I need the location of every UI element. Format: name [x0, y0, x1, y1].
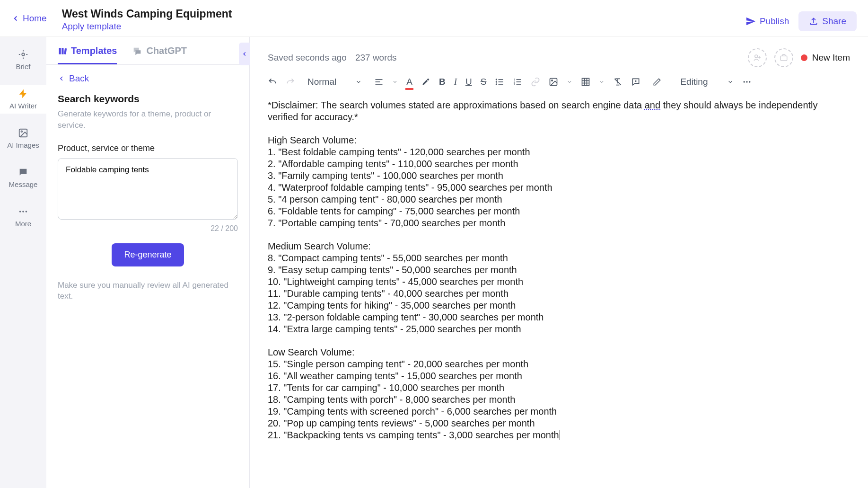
- svg-point-41: [749, 81, 750, 82]
- keyword-line: 6. "Foldable tents for camping" - 75,000…: [268, 205, 850, 217]
- char-count: 22 / 200: [58, 224, 238, 233]
- user-plus-icon: [753, 53, 762, 62]
- chevron-down-icon: [355, 79, 362, 85]
- rail-label: More: [15, 220, 31, 228]
- upload-icon: [809, 17, 818, 26]
- share-button[interactable]: Share: [798, 11, 857, 31]
- rail-item-ai-writer[interactable]: AI Writer: [0, 85, 46, 114]
- chevron-left-icon: [241, 51, 248, 57]
- keyword-line: 17. "Tents for car camping" - 10,000 sea…: [268, 382, 850, 394]
- underline-button[interactable]: U: [465, 77, 472, 87]
- rail-label: AI Images: [7, 141, 39, 149]
- word-count: 237 words: [355, 53, 397, 63]
- pencil-icon: [653, 78, 661, 86]
- svg-rect-8: [61, 48, 63, 54]
- comment-button[interactable]: [631, 77, 640, 87]
- section-title: Low Search Volume:: [268, 346, 850, 358]
- redo-button[interactable]: [286, 77, 295, 87]
- target-icon: [18, 49, 28, 60]
- undo-button[interactable]: [268, 77, 277, 87]
- svg-rect-31: [582, 79, 589, 86]
- svg-point-40: [746, 81, 747, 82]
- numbered-list-button[interactable]: 123: [513, 77, 522, 87]
- keyword-line: 2. "Affordable camping tents" - 110,000 …: [268, 158, 850, 170]
- chevron-down-icon[interactable]: [567, 79, 572, 85]
- svg-point-30: [552, 80, 553, 81]
- text-style-label: Normal: [307, 77, 336, 87]
- image-button[interactable]: [549, 77, 558, 87]
- editing-mode-label: Editing: [680, 77, 708, 87]
- publish-button[interactable]: Publish: [745, 16, 789, 27]
- apply-template-link[interactable]: Apply template: [62, 21, 745, 32]
- svg-point-17: [496, 79, 497, 80]
- add-collaborator-button[interactable]: [748, 48, 767, 67]
- align-button[interactable]: [374, 77, 384, 87]
- redo-icon: [286, 77, 295, 87]
- rail-item-ai-images[interactable]: AI Images: [0, 124, 46, 153]
- rail-label: Brief: [16, 62, 31, 71]
- rail-item-more[interactable]: More: [0, 203, 46, 231]
- set-date-button[interactable]: [774, 48, 793, 67]
- save-status: Saved seconds ago: [268, 53, 347, 63]
- rail-label: Message: [9, 180, 38, 188]
- chevron-left-icon: [11, 14, 20, 23]
- editor-content[interactable]: *Disclaimer: The search volumes stated a…: [250, 95, 868, 471]
- chevron-down-icon[interactable]: [392, 79, 398, 85]
- keyword-line: 15. "Single person camping tent" - 20,00…: [268, 358, 850, 370]
- rail-label: AI Writer: [9, 102, 37, 110]
- field-label: Product, service or theme: [58, 143, 238, 153]
- templates-panel: Templates ChatGPT Back Search keywords G…: [46, 37, 250, 488]
- chevron-down-icon[interactable]: [599, 79, 605, 85]
- keyword-line: 14. "Extra large camping tents" - 25,000…: [268, 323, 850, 335]
- review-note: Make sure you manually review all AI gen…: [58, 280, 238, 302]
- bullet-list-button[interactable]: [495, 77, 504, 87]
- theme-input[interactable]: [58, 158, 238, 220]
- highlight-button[interactable]: [421, 77, 430, 87]
- tab-label: ChatGPT: [146, 45, 187, 56]
- send-icon: [745, 16, 756, 27]
- section-title: Medium Search Volume:: [268, 240, 850, 252]
- bold-button[interactable]: B: [439, 77, 446, 87]
- svg-point-1: [22, 53, 25, 56]
- rail-item-message[interactable]: Message: [0, 163, 46, 192]
- books-icon: [58, 46, 67, 56]
- home-link[interactable]: Home: [11, 13, 47, 24]
- clear-format-button[interactable]: [613, 77, 623, 87]
- new-item-status[interactable]: New Item: [801, 53, 850, 63]
- comment-icon: [631, 77, 640, 87]
- regenerate-button[interactable]: Re-generate: [112, 243, 184, 266]
- link-button[interactable]: [531, 77, 540, 87]
- strike-button[interactable]: S: [481, 77, 487, 87]
- editor-toolbar: Normal A B I U S: [250, 71, 868, 95]
- chat-icon: [18, 167, 28, 177]
- more-tools-button[interactable]: [742, 77, 752, 87]
- back-link[interactable]: Back: [58, 73, 238, 84]
- rail-item-brief[interactable]: Brief: [0, 45, 46, 74]
- link-icon: [531, 77, 540, 87]
- more-icon: [742, 77, 752, 87]
- keyword-line: 16. "All weather camping tents" - 15,000…: [268, 370, 850, 382]
- undo-icon: [268, 77, 277, 87]
- keyword-line: 11. "Durable camping tents" - 40,000 sea…: [268, 288, 850, 300]
- tab-templates[interactable]: Templates: [58, 45, 117, 64]
- text-style-select[interactable]: Normal: [304, 77, 366, 87]
- left-rail: Brief AI Writer AI Images Message More: [0, 37, 46, 488]
- lightning-icon: [18, 89, 28, 99]
- table-button[interactable]: [581, 77, 590, 87]
- keyword-line: 12. "Camping tents for hiking" - 35,000 …: [268, 300, 850, 311]
- editing-mode-select[interactable]: Editing: [653, 77, 733, 87]
- keyword-line: 7. "Portable camping tents" - 70,000 sea…: [268, 217, 850, 229]
- text-color-button[interactable]: A: [406, 77, 412, 87]
- panel-heading: Search keywords: [58, 93, 238, 105]
- collapse-panel-button[interactable]: [239, 43, 250, 65]
- italic-button[interactable]: I: [454, 77, 457, 87]
- align-left-icon: [374, 77, 384, 87]
- chat-bubbles-icon: [132, 46, 142, 56]
- svg-point-6: [26, 211, 27, 213]
- tab-chatgpt[interactable]: ChatGPT: [132, 45, 187, 64]
- keyword-line: 19. "Camping tents with screened porch" …: [268, 406, 850, 417]
- disclaimer-paragraph: *Disclaimer: The search volumes stated a…: [268, 99, 850, 123]
- spellcheck-word[interactable]: and: [645, 100, 660, 110]
- svg-point-39: [743, 81, 745, 82]
- svg-point-18: [496, 81, 497, 82]
